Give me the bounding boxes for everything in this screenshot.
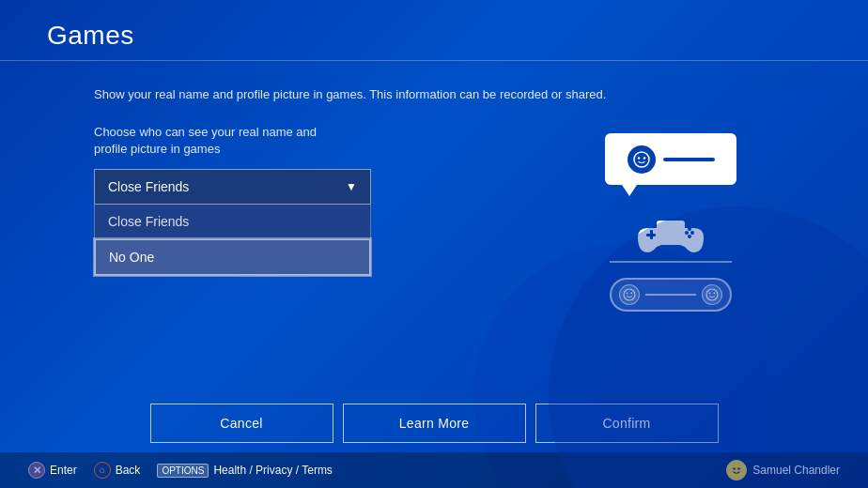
chat-bubble (605, 133, 736, 185)
face-icon (628, 145, 715, 174)
right-panel-illustration (567, 124, 774, 312)
svg-point-14 (714, 293, 716, 295)
privacy-face-right-icon (702, 284, 722, 305)
avatar (726, 460, 747, 480)
confirm-button[interactable]: Confirm (535, 404, 719, 443)
svg-point-11 (631, 293, 633, 295)
header: Games (0, 0, 868, 61)
footer-right: Samuel Chandler (726, 460, 840, 480)
svg-point-12 (706, 289, 718, 300)
buttons-row: Cancel Learn More Confirm (0, 392, 868, 452)
page-container: Games Show your real name and profile pi… (0, 0, 868, 488)
user-name: Samuel Chandler (752, 464, 840, 477)
svg-rect-4 (646, 234, 656, 236)
footer-left: ✕ Enter ○ Back OPTIONS Health / Privacy … (28, 462, 333, 479)
footer-back-item: ○ Back (94, 462, 141, 479)
circle-button-icon: ○ (94, 462, 111, 479)
privacy-bar (610, 278, 732, 312)
svg-point-15 (730, 464, 744, 478)
svg-point-7 (688, 235, 691, 238)
footer-options-item: OPTIONS Health / Privacy / Terms (157, 464, 333, 478)
controller-area (610, 209, 732, 312)
cancel-button[interactable]: Cancel (150, 404, 333, 443)
face-circle-icon (628, 145, 656, 174)
learn-more-button[interactable]: Learn More (343, 404, 526, 443)
privacy-face-left-icon (619, 284, 640, 305)
dropdown-menu: Close Friends No One (94, 205, 371, 276)
svg-point-16 (734, 467, 736, 469)
svg-point-17 (738, 467, 740, 469)
dropdown-container: Close Friends ▼ Close Friends No One (94, 169, 371, 205)
page-title: Games (47, 21, 821, 51)
svg-point-0 (634, 152, 649, 167)
health-label: Health / Privacy / Terms (213, 464, 332, 477)
choose-label: Choose who can see your real name and pr… (94, 124, 530, 158)
svg-point-6 (690, 231, 694, 235)
privacy-dash-icon (645, 294, 696, 296)
svg-point-2 (643, 157, 644, 159)
svg-point-1 (637, 157, 639, 159)
dropdown-option-no-one[interactable]: No One (95, 239, 370, 275)
svg-point-8 (688, 227, 691, 231)
dropdown-value: Close Friends (108, 179, 189, 194)
dropdown-option-close-friends[interactable]: Close Friends (95, 205, 370, 239)
dropdown-selected[interactable]: Close Friends ▼ (94, 169, 371, 205)
name-line-icon (663, 158, 715, 161)
back-label: Back (116, 464, 141, 477)
controller-icon (633, 209, 708, 261)
x-button-icon: ✕ (28, 462, 45, 479)
separator-line (610, 261, 732, 263)
footer-enter-item: ✕ Enter (28, 462, 77, 479)
svg-point-5 (685, 231, 689, 235)
chevron-down-icon: ▼ (346, 180, 357, 193)
enter-label: Enter (50, 464, 77, 477)
content-row: Choose who can see your real name and pr… (94, 124, 774, 383)
main-content: Show your real name and profile picture … (0, 61, 868, 392)
svg-point-9 (624, 289, 635, 300)
options-badge: OPTIONS (157, 464, 209, 478)
left-panel: Choose who can see your real name and pr… (94, 124, 567, 205)
description-text: Show your real name and profile picture … (94, 87, 774, 101)
svg-point-10 (627, 293, 628, 295)
svg-point-13 (709, 293, 711, 295)
footer: ✕ Enter ○ Back OPTIONS Health / Privacy … (0, 452, 868, 488)
illustration (605, 133, 736, 312)
